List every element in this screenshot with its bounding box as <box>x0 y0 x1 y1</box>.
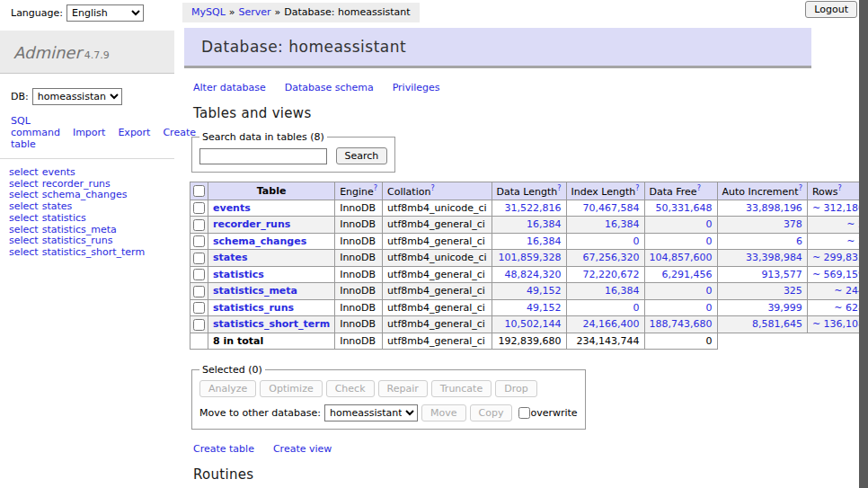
breadcrumb-mysql-link[interactable]: MySQL <box>191 6 226 18</box>
truncate-button[interactable]: Truncate <box>431 380 492 397</box>
sidebar-table-name-link[interactable]: statistics_meta <box>42 224 117 235</box>
row-checkbox[interactable] <box>193 302 205 314</box>
row-checkbox[interactable] <box>193 219 205 231</box>
index-length-link[interactable]: 16,384 <box>605 218 640 230</box>
language-select[interactable]: English <box>66 4 144 22</box>
index-length-link[interactable]: 72,220,672 <box>583 269 640 280</box>
privileges-link[interactable]: Privileges <box>393 82 440 93</box>
index-length-link[interactable]: 0 <box>633 302 640 314</box>
sidebar-select-link[interactable]: select <box>9 189 39 200</box>
index-length-link[interactable]: 16,384 <box>605 285 640 297</box>
check-button[interactable]: Check <box>326 380 375 397</box>
row-checkbox[interactable] <box>193 286 205 297</box>
data-length-link[interactable]: 10,502,144 <box>505 318 562 330</box>
overwrite-checkbox[interactable] <box>518 407 530 419</box>
repair-button[interactable]: Repair <box>378 380 428 397</box>
row-checkbox[interactable] <box>193 253 205 264</box>
data-length-link[interactable]: 48,824,320 <box>505 269 562 280</box>
data-free-link[interactable]: 0 <box>706 235 713 247</box>
search-button[interactable]: Search <box>336 147 388 164</box>
data-free-link[interactable]: 0 <box>706 218 713 230</box>
logout-button[interactable]: Logout <box>805 1 857 18</box>
data-length-link[interactable]: 101,859,328 <box>499 252 562 263</box>
data-length-link[interactable]: 31,522,816 <box>505 202 562 214</box>
table-name-link[interactable]: schema_changes <box>213 235 306 247</box>
auto-increment-link[interactable]: 39,999 <box>767 302 802 314</box>
sidebar-select-link[interactable]: select <box>9 246 39 258</box>
column-help-link[interactable]: ? <box>697 184 701 192</box>
sidebar-select-link[interactable]: select <box>9 200 39 212</box>
data-length-link[interactable]: 16,384 <box>527 235 562 247</box>
auto-increment-link[interactable]: 8,581,645 <box>752 318 802 330</box>
rows-link[interactable]: ~ 136,108 <box>812 318 864 330</box>
data-free-link[interactable]: 50,331,648 <box>656 202 713 214</box>
sidebar-select-link[interactable]: select <box>9 178 39 190</box>
data-free-link[interactable]: 6,291,456 <box>662 269 713 280</box>
optimize-button[interactable]: Optimize <box>260 380 322 397</box>
database-schema-link[interactable]: Database schema <box>285 82 374 93</box>
rows-link[interactable]: ~ 299,833 <box>812 252 864 263</box>
column-help-link[interactable]: ? <box>799 184 802 192</box>
sidebar-link-sql-command[interactable]: SQL command <box>11 115 60 138</box>
row-checkbox[interactable] <box>193 269 205 280</box>
sidebar-select-link[interactable]: select <box>9 224 39 235</box>
sidebar-table-name-link[interactable]: states <box>42 200 73 212</box>
auto-increment-link[interactable]: 33,398,984 <box>746 252 802 263</box>
row-checkbox[interactable] <box>193 202 205 214</box>
move-button[interactable]: Move <box>421 404 466 421</box>
alter-database-link[interactable]: Alter database <box>193 82 266 93</box>
table-name-link[interactable]: states <box>213 252 248 263</box>
sidebar-table-name-link[interactable]: recorder_runs <box>42 178 111 190</box>
drop-button[interactable]: Drop <box>495 380 536 397</box>
row-checkbox[interactable] <box>193 235 205 247</box>
column-help-link[interactable]: ? <box>374 184 377 192</box>
sidebar-table-name-link[interactable]: statistics <box>42 212 86 224</box>
breadcrumb-server-link[interactable]: Server <box>239 6 271 18</box>
auto-increment-link[interactable]: 378 <box>784 218 802 230</box>
move-database-select[interactable]: homeassistant <box>324 404 418 421</box>
select-all-checkbox[interactable] <box>193 185 205 197</box>
rows-link[interactable]: ~ 312,180 <box>812 202 864 214</box>
auto-increment-link[interactable]: 6 <box>796 235 802 247</box>
sidebar-select-link[interactable]: select <box>9 166 39 178</box>
table-name-link[interactable]: statistics_meta <box>213 285 297 297</box>
sidebar-table-name-link[interactable]: events <box>42 166 75 178</box>
index-length-link[interactable]: 67,256,320 <box>583 252 640 263</box>
data-free-link[interactable]: 188,743,680 <box>650 318 713 330</box>
data-length-link[interactable]: 16,384 <box>527 218 562 230</box>
index-length-link[interactable]: 70,467,584 <box>583 202 640 214</box>
create-table-link[interactable]: Create table <box>193 443 254 455</box>
analyze-button[interactable]: Analyze <box>199 380 256 397</box>
data-free-link[interactable]: 0 <box>706 285 713 297</box>
column-help-link[interactable]: ? <box>837 184 841 192</box>
sidebar-select-link[interactable]: select <box>9 212 39 224</box>
column-help-link[interactable]: ? <box>557 184 561 192</box>
sidebar-link-export[interactable]: Export <box>118 127 150 138</box>
data-length-link[interactable]: 49,152 <box>527 285 562 297</box>
page-scrollbar[interactable] <box>859 0 868 488</box>
table-name-link[interactable]: statistics_runs <box>213 302 294 314</box>
search-input[interactable] <box>199 148 327 164</box>
sidebar-table-name-link[interactable]: statistics_short_term <box>42 246 145 258</box>
rows-link[interactable]: ~ 569,159 <box>812 269 864 280</box>
table-name-link[interactable]: statistics <box>213 269 264 280</box>
table-name-link[interactable]: statistics_short_term <box>213 318 330 330</box>
create-view-link[interactable]: Create view <box>273 443 332 455</box>
auto-increment-link[interactable]: 325 <box>784 285 802 297</box>
auto-increment-link[interactable]: 913,577 <box>761 269 802 280</box>
column-help-link[interactable]: ? <box>635 184 639 192</box>
row-checkbox[interactable] <box>193 319 205 331</box>
table-name-link[interactable]: events <box>213 202 251 214</box>
data-length-link[interactable]: 49,152 <box>527 302 562 314</box>
copy-button[interactable]: Copy <box>470 404 513 421</box>
index-length-link[interactable]: 0 <box>633 235 640 247</box>
data-free-link[interactable]: 104,857,600 <box>650 252 713 263</box>
table-name-link[interactable]: recorder_runs <box>213 218 290 230</box>
auto-increment-link[interactable]: 33,898,196 <box>746 202 802 214</box>
sidebar-link-import[interactable]: Import <box>73 127 106 138</box>
sidebar-table-name-link[interactable]: schema_changes <box>42 189 128 200</box>
db-select[interactable]: homeassistant <box>32 88 122 105</box>
data-free-link[interactable]: 0 <box>706 302 713 314</box>
index-length-link[interactable]: 24,166,400 <box>583 318 640 330</box>
column-help-link[interactable]: ? <box>430 184 434 192</box>
